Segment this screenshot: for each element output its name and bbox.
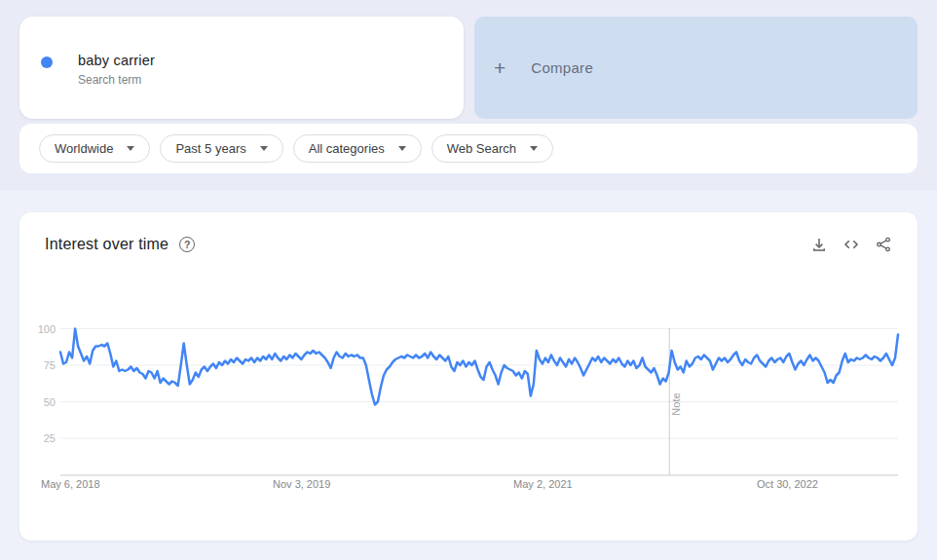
note-marker-label: Note [670,392,682,415]
trend-line-series [60,329,898,405]
compare-card[interactable]: + Compare [474,17,918,119]
plus-icon: + [494,57,506,78]
chevron-down-icon [260,146,268,151]
chevron-down-icon [530,146,538,151]
compare-label: Compare [531,59,593,76]
search-term-card[interactable]: baby carrier Search term [19,17,464,119]
series-color-dot-icon [41,56,53,68]
interest-over-time-chart[interactable]: 255075100NoteMay 6, 2018Nov 3, 2019May 2… [19,212,918,541]
search-term-text: baby carrier [78,53,155,68]
x-axis-tick-label: May 2, 2021 [513,478,573,490]
filter-time-label: Past 5 years [175,141,245,156]
y-axis-tick-label: 50 [44,396,56,408]
x-axis-tick-label: May 6, 2018 [41,478,100,490]
search-term-type-label: Search term [78,73,155,87]
chevron-down-icon [127,146,134,151]
interest-over-time-panel: Interest over time ? 255075100NoteMay 6,… [19,212,918,541]
filter-region-dropdown[interactable]: Worldwide [39,134,150,163]
filter-category-dropdown[interactable]: All categories [293,134,422,163]
filter-search-type-dropdown[interactable]: Web Search [431,134,553,163]
filter-category-label: All categories [309,141,385,156]
y-axis-tick-label: 75 [44,359,56,371]
y-axis-tick-label: 25 [44,432,56,444]
filter-bar: Worldwide Past 5 years All categories We… [19,124,918,173]
filter-time-dropdown[interactable]: Past 5 years [160,134,282,163]
x-axis-tick-label: Oct 30, 2022 [757,478,818,490]
filter-region-label: Worldwide [55,141,113,156]
y-axis-tick-label: 100 [38,323,56,335]
x-axis-tick-label: Nov 3, 2019 [273,478,330,490]
chevron-down-icon [398,146,406,151]
filter-search-type-label: Web Search [447,141,516,156]
